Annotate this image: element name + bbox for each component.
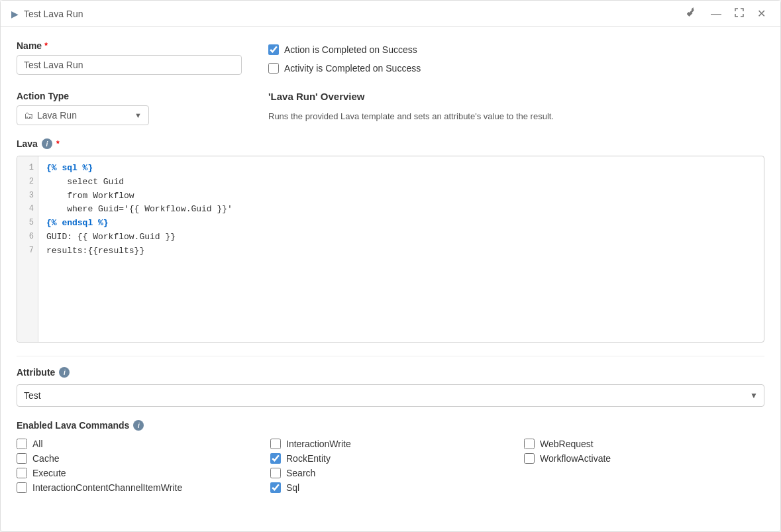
- overview-group: 'Lava Run' Overview Runs the provided La…: [268, 91, 764, 123]
- pin-button[interactable]: [683, 6, 702, 21]
- cmd-workflow-activate-label: WorkflowActivate: [540, 453, 611, 464]
- panel-actions: — ✕: [683, 6, 770, 21]
- name-label: Name *: [17, 40, 242, 51]
- activity-completed-row: Activity is Completed on Success: [268, 63, 764, 74]
- cmd-interaction-content-checkbox[interactable]: [17, 482, 27, 493]
- name-row: Name * Action is Completed on Success Ac…: [17, 40, 764, 78]
- attribute-info-icon[interactable]: i: [59, 367, 70, 378]
- commands-col-2: InteractionWrite RockEntity Search Sql: [270, 439, 511, 497]
- commands-grid: All Cache Execute InteractionContentChan…: [17, 439, 764, 497]
- action-type-folder-icon: 🗂: [24, 110, 33, 121]
- line-numbers: 1 2 3 4 5 6 7: [17, 156, 38, 342]
- cmd-rock-entity-checkbox[interactable]: [270, 453, 281, 464]
- action-type-select-display[interactable]: 🗂 Lava Run ▼: [17, 105, 149, 125]
- cmd-execute-checkbox[interactable]: [17, 468, 27, 478]
- cmd-interaction-write-row: InteractionWrite: [270, 439, 511, 449]
- cmd-all-label: All: [32, 439, 43, 449]
- lava-info-icon[interactable]: i: [42, 138, 52, 149]
- action-completed-checkbox[interactable]: [268, 44, 279, 55]
- lava-commands-info-icon[interactable]: i: [133, 420, 144, 431]
- enabled-lava-commands-label: Enabled Lava Commands i: [17, 420, 764, 431]
- action-type-select-wrapper: 🗂 Lava Run ▼: [17, 105, 149, 125]
- cmd-rock-entity-label: RockEntity: [286, 453, 331, 464]
- cmd-interaction-write-label: InteractionWrite: [286, 439, 351, 449]
- cmd-execute-row: Execute: [17, 468, 257, 478]
- cmd-web-request-label: WebRequest: [540, 439, 594, 449]
- panel-title: ▶ Test Lava Run: [11, 9, 83, 19]
- panel-header: ▶ Test Lava Run — ✕: [1, 1, 780, 27]
- attribute-select-wrapper: Test ▼: [17, 384, 764, 407]
- name-input[interactable]: [17, 55, 242, 75]
- close-button[interactable]: ✕: [753, 7, 770, 21]
- cmd-workflow-activate-row: WorkflowActivate: [524, 453, 764, 464]
- cmd-search-row: Search: [270, 468, 511, 478]
- lava-section: Lava i * 1 2 3 4 5 6 7 {% sql %} select …: [17, 138, 764, 343]
- cmd-rock-entity-row: RockEntity: [270, 453, 511, 464]
- activity-completed-checkbox[interactable]: [268, 63, 279, 74]
- action-type-value: Lava Run: [37, 110, 134, 121]
- cmd-cache-checkbox[interactable]: [17, 453, 27, 464]
- action-completed-row: Action is Completed on Success: [268, 44, 764, 55]
- commands-col-3: WebRequest WorkflowActivate: [524, 439, 764, 497]
- cmd-interaction-write-checkbox[interactable]: [270, 439, 281, 449]
- cmd-execute-label: Execute: [32, 468, 66, 478]
- divider-1: [17, 356, 764, 356]
- overview-text: Runs the provided Lava template and sets…: [268, 110, 764, 123]
- cmd-interaction-content-row: InteractionContentChannelItemWrite: [17, 482, 257, 493]
- activity-completed-label: Activity is Completed on Success: [284, 63, 421, 74]
- action-type-label: Action Type: [17, 91, 242, 101]
- code-content[interactable]: {% sql %} select Guid from Workflow wher…: [38, 156, 764, 342]
- code-editor[interactable]: 1 2 3 4 5 6 7 {% sql %} select Guid from…: [17, 156, 764, 343]
- panel-title-icon: ▶: [11, 9, 19, 19]
- cmd-sql-row: Sql: [270, 482, 511, 493]
- panel: ▶ Test Lava Run — ✕ Name *: [0, 0, 781, 532]
- overview-title: 'Lava Run' Overview: [268, 91, 764, 102]
- cmd-sql-checkbox[interactable]: [270, 482, 281, 493]
- commands-col-1: All Cache Execute InteractionContentChan…: [17, 439, 257, 497]
- lava-label: Lava i *: [17, 138, 764, 149]
- cmd-all-row: All: [17, 439, 257, 449]
- panel-title-text: Test Lava Run: [24, 9, 83, 19]
- action-completed-label: Action is Completed on Success: [284, 44, 417, 55]
- action-type-row: Action Type 🗂 Lava Run ▼ 'Lava Run' Over…: [17, 91, 764, 125]
- cmd-web-request-row: WebRequest: [524, 439, 764, 449]
- completion-checkboxes: Action is Completed on Success Activity …: [268, 44, 764, 78]
- name-group: Name *: [17, 40, 242, 75]
- lava-required: *: [56, 139, 60, 148]
- name-required: *: [44, 41, 48, 50]
- expand-button[interactable]: [731, 7, 748, 21]
- cmd-all-checkbox[interactable]: [17, 439, 27, 449]
- cmd-search-label: Search: [286, 468, 315, 478]
- cmd-web-request-checkbox[interactable]: [524, 439, 535, 449]
- action-type-group: Action Type 🗂 Lava Run ▼: [17, 91, 242, 125]
- attribute-select[interactable]: Test: [17, 384, 764, 407]
- cmd-interaction-content-label: InteractionContentChannelItemWrite: [32, 482, 182, 493]
- action-type-arrow-icon: ▼: [134, 111, 142, 119]
- lava-commands-section: Enabled Lava Commands i All Cache: [17, 420, 764, 497]
- attribute-label: Attribute i: [17, 367, 764, 378]
- cmd-sql-label: Sql: [286, 482, 299, 493]
- minimize-button[interactable]: —: [707, 7, 725, 21]
- cmd-cache-label: Cache: [32, 453, 59, 464]
- cmd-search-checkbox[interactable]: [270, 468, 281, 478]
- panel-body: Name * Action is Completed on Success Ac…: [1, 27, 780, 523]
- cmd-workflow-activate-checkbox[interactable]: [524, 453, 535, 464]
- cmd-cache-row: Cache: [17, 453, 257, 464]
- attribute-section: Attribute i Test ▼: [17, 367, 764, 407]
